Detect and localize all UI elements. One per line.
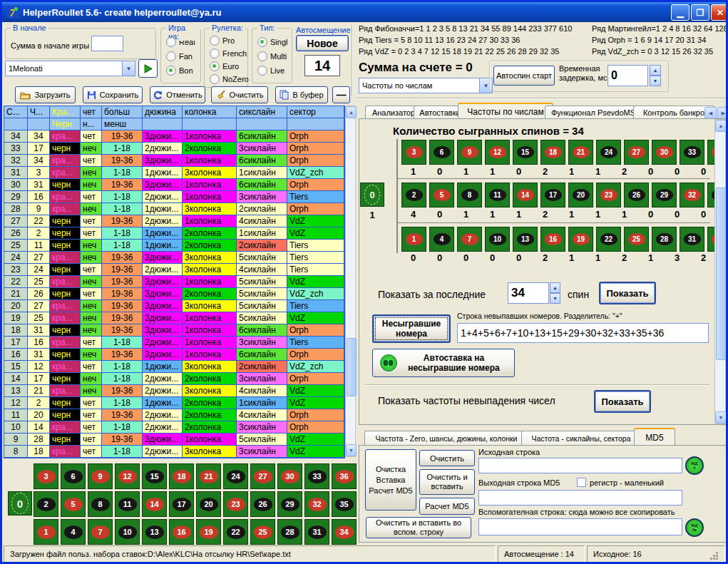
board-cell[interactable]: 2 <box>34 491 58 517</box>
title-bar[interactable]: 7 HelperRoullet 5.6- create helperroulle… <box>2 2 726 22</box>
radio-nozero[interactable]: NoZero <box>210 74 247 84</box>
freq-cell[interactable]: 31 <box>680 227 704 252</box>
board-cell[interactable]: 10 <box>115 519 140 545</box>
history-row[interactable]: 2511черннеч1-181дюжи...2колонка2сиклайнT… <box>4 240 344 252</box>
autospin-button[interactable]: Автоспин старт <box>493 66 555 86</box>
history-row[interactable]: 928чернчет19-363дюжи...1колонка5сиклайнV… <box>4 434 344 446</box>
board-cell[interactable]: 18 <box>169 463 194 489</box>
freq-cell[interactable]: 24 <box>596 140 621 165</box>
freq-cell[interactable]: 16 <box>540 227 565 252</box>
delay-input[interactable]: 0 <box>607 65 648 86</box>
history-row[interactable]: 2225кра...неч19-363дюжи...1колонка5сикла… <box>4 276 344 288</box>
freq-cell[interactable]: 21 <box>568 140 593 165</box>
md5-clear-paste-button[interactable]: Очистить и вставить <box>419 469 475 495</box>
preset-combobox[interactable]: 1Melonati ▼ <box>5 61 135 76</box>
radio-euro[interactable]: Euro <box>210 61 247 71</box>
minimize-button[interactable]: ▁ <box>671 4 689 21</box>
radio-fan[interactable]: Fan <box>166 51 200 61</box>
freq-cell[interactable]: 14 <box>513 183 538 207</box>
history-row[interactable]: 1014кра...чет1-182дюжи...2колонка3сиклай… <box>4 421 344 434</box>
board-cell[interactable]: 17 <box>169 491 194 517</box>
board-cell[interactable]: 33 <box>304 463 329 489</box>
mode-combobox[interactable]: Частоты по числам ▼ <box>359 78 493 93</box>
md5-aux-run-icon[interactable]: МД5▸ <box>685 518 704 537</box>
freq-cell[interactable]: 18 <box>540 140 565 165</box>
board-cell[interactable]: 20 <box>196 491 221 517</box>
history-row[interactable]: 1512кра...чет1-181дюжи...3колонка2сиклай… <box>4 361 344 373</box>
board-cell[interactable]: 25 <box>250 519 275 545</box>
tab-freq-sixlines-sectors[interactable]: Частота - сиклайны, сектора <box>521 431 641 446</box>
board-cell[interactable]: 5 <box>61 491 86 517</box>
freq-cell[interactable]: 1 <box>401 227 426 252</box>
freq-cell[interactable]: 25 <box>624 227 649 252</box>
md5-source-field[interactable] <box>478 458 682 473</box>
board-cell[interactable]: 9 <box>88 463 113 489</box>
new-button[interactable]: Новое <box>296 35 349 51</box>
radio-singl[interactable]: Singl <box>257 37 292 47</box>
board-cell[interactable]: 16 <box>169 519 194 545</box>
scrollbar-thumb[interactable] <box>716 188 727 360</box>
tab-scroll-left-icon[interactable]: ◀ <box>704 107 717 119</box>
radio-french[interactable]: French <box>210 48 247 58</box>
spinner-down-icon[interactable]: ▼ <box>550 293 560 304</box>
history-row[interactable]: 2427кра...неч19-363дюжи...3колонка5сикла… <box>4 252 344 264</box>
board-cell[interactable]: 22 <box>223 519 248 545</box>
to-buffer-button[interactable]: В буфер <box>275 86 328 103</box>
tab-number-frequencies[interactable]: Частоты по числам <box>458 103 553 120</box>
chevron-down-icon[interactable]: ▼ <box>122 61 135 76</box>
show-last-input[interactable]: 34 <box>508 282 549 304</box>
freq-cell[interactable]: 11 <box>485 183 510 207</box>
md5-clear-paste-aux-button[interactable]: Очистить и вставить во вспом. строку <box>366 517 471 538</box>
freq-cell[interactable]: 23 <box>596 183 621 207</box>
freq-cell[interactable]: 7 <box>457 227 482 252</box>
maximize-button[interactable]: ❐ <box>691 4 709 21</box>
tab-scroll-right-icon[interactable]: ▶ <box>717 107 728 119</box>
freq-cell[interactable]: 29 <box>652 183 677 207</box>
freq-cell[interactable]: 5 <box>429 183 454 207</box>
md5-stack-button[interactable]: Очистка Вставка Расчет MD5 <box>365 449 416 511</box>
history-row[interactable]: 289кра...неч1-181дюжи...3колонка2сиклайн… <box>4 203 344 215</box>
freq-cell[interactable]: 20 <box>568 183 593 207</box>
board-cell[interactable]: 23 <box>223 491 248 517</box>
board-cell[interactable]: 21 <box>196 463 221 489</box>
tab-psevdoms[interactable]: Функционал PsevdoMS <box>545 106 642 119</box>
history-row[interactable]: 1321кра...неч19-362дюжи...3колонка4сикла… <box>4 385 344 397</box>
freq-cell[interactable]: 9 <box>457 140 482 165</box>
md5-calc-button[interactable]: Расчет MD5 <box>419 498 475 515</box>
board-cell[interactable]: 27 <box>250 463 275 489</box>
board-cell[interactable]: 30 <box>277 463 302 489</box>
board-zero-cell[interactable]: 0 <box>8 491 32 516</box>
play-button[interactable] <box>138 59 158 78</box>
collapse-button[interactable]: — <box>332 86 350 103</box>
board-cell[interactable]: 3 <box>34 463 58 489</box>
radio-multi[interactable]: Multi <box>257 51 292 61</box>
history-row[interactable]: 1120чернчет19-362дюжи...2колонка4сиклайн… <box>4 409 344 421</box>
freq-cell[interactable]: 3 <box>401 140 426 165</box>
radio-pro[interactable]: Pro <box>210 36 247 46</box>
freq-cell[interactable]: 12 <box>485 140 510 165</box>
freq-cell[interactable]: 19 <box>568 227 593 252</box>
board-cell[interactable]: 29 <box>277 491 302 517</box>
board-cell[interactable]: 31 <box>304 519 329 545</box>
freq-cell[interactable]: 4 <box>429 227 454 252</box>
history-row[interactable]: 818кра...чет1-182дюжи...3колонка3сиклайн… <box>4 446 344 458</box>
load-button[interactable]: Загрузить <box>15 86 76 103</box>
freq-cell[interactable]: 27 <box>624 140 649 165</box>
spinner-down-icon[interactable]: ▼ <box>650 76 661 86</box>
board-cell[interactable]: 4 <box>61 519 86 545</box>
freq-cell[interactable]: 33 <box>680 140 704 165</box>
freq-cell[interactable]: 30 <box>652 140 677 165</box>
freq-cell[interactable]: 2 <box>401 183 426 207</box>
show-last-spinner[interactable]: ▲ ▼ <box>550 282 560 304</box>
scroll-up-icon[interactable]: ▲ <box>346 106 357 118</box>
freq-cell[interactable]: 6 <box>429 140 454 165</box>
scroll-down-icon[interactable]: ▼ <box>715 411 727 424</box>
missed-string-field[interactable]: 1+4+5+6+7+10+13+15+29+30+32+33+35+36 <box>457 323 709 343</box>
freq-cell[interactable]: 28 <box>652 227 677 252</box>
history-row[interactable]: 3234кра...чет19-363дюжи...1колонка6сикла… <box>4 155 344 167</box>
spinner-up-icon[interactable]: ▲ <box>550 282 560 293</box>
radio-live[interactable]: Live <box>257 66 292 76</box>
clear-button[interactable]: Очистить <box>211 86 268 103</box>
history-row[interactable]: 1716кра...чет1-182дюжи...1колонка3сиклай… <box>4 337 344 349</box>
board-cell[interactable]: 1 <box>34 519 58 545</box>
